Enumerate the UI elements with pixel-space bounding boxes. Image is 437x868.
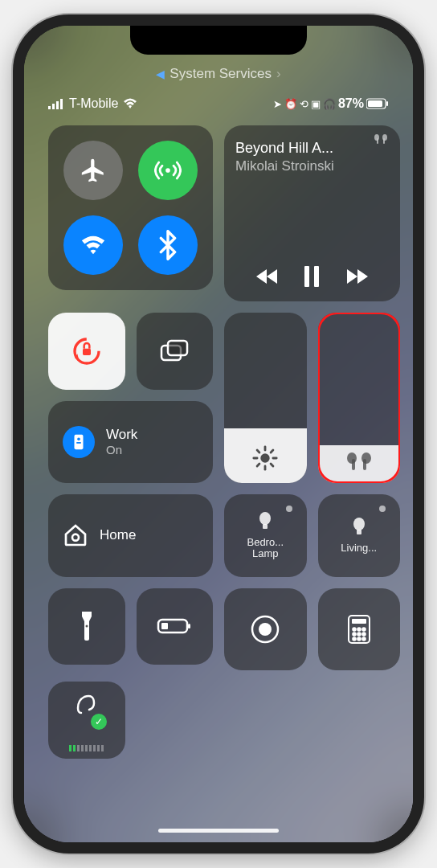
forward-button[interactable] — [344, 268, 370, 285]
svg-point-50 — [353, 633, 356, 636]
svg-point-37 — [353, 518, 365, 530]
svg-line-24 — [271, 464, 273, 466]
svg-rect-42 — [161, 623, 168, 629]
screen-record-button[interactable] — [224, 588, 307, 671]
headphones-icon: 🎧 — [323, 98, 336, 110]
svg-rect-28 — [352, 459, 355, 470]
status-dot-icon — [379, 506, 386, 512]
calculator-button[interactable] — [318, 588, 401, 671]
battery-icon — [366, 98, 389, 109]
pause-button[interactable] — [303, 266, 321, 287]
home-label: Home — [100, 527, 136, 543]
connectivity-panel[interactable] — [48, 125, 213, 290]
orientation-status-icon: ⟲ — [300, 98, 308, 110]
rewind-button[interactable] — [255, 268, 280, 285]
screen-mirroring-button[interactable] — [137, 313, 214, 390]
timer-icon: ▣ — [311, 98, 321, 110]
svg-rect-46 — [352, 619, 366, 624]
media-panel[interactable]: Beyond Hill A... Mikolai Stroinski — [224, 125, 400, 301]
home-icon — [63, 522, 88, 548]
hearing-level-bars — [69, 745, 104, 751]
svg-rect-0 — [48, 106, 51, 109]
svg-rect-5 — [368, 100, 382, 107]
svg-rect-6 — [386, 101, 388, 106]
focus-name: Work — [106, 427, 137, 443]
status-bar: T-Mobile ➤ ⏰ ⟲ ▣ 🎧 87% — [48, 96, 389, 111]
battery-pct: 87% — [338, 96, 364, 111]
wifi-button[interactable] — [63, 215, 123, 275]
svg-rect-41 — [188, 624, 190, 628]
focus-tile[interactable]: Work On — [48, 401, 213, 484]
svg-point-32 — [77, 437, 80, 440]
svg-point-55 — [362, 637, 366, 641]
airpods-volume-icon — [344, 451, 374, 472]
home-indicator[interactable] — [158, 829, 279, 833]
low-power-button[interactable] — [137, 588, 214, 665]
svg-rect-15 — [83, 348, 91, 354]
svg-point-35 — [259, 512, 271, 525]
airplane-mode-button[interactable] — [63, 141, 123, 200]
bedroom-line1: Bedro... — [247, 536, 284, 548]
living-tile[interactable]: Living... — [318, 494, 401, 577]
svg-point-49 — [362, 628, 366, 631]
bedroom-line2: Lamp — [252, 547, 279, 559]
wifi-status-icon — [123, 98, 137, 109]
cellular-data-button[interactable] — [138, 141, 198, 200]
svg-point-7 — [165, 168, 170, 173]
alarm-icon: ⏰ — [284, 98, 297, 110]
flashlight-button[interactable] — [48, 588, 125, 665]
breadcrumb[interactable]: ◀ System Services › — [48, 66, 389, 82]
status-dot-icon — [286, 506, 292, 512]
bedroom-lamp-tile[interactable]: Bedro...Lamp — [224, 494, 307, 577]
bulb-icon — [350, 517, 368, 539]
orientation-lock-button[interactable] — [48, 313, 125, 390]
chevron-right-icon: › — [276, 66, 281, 82]
svg-rect-9 — [377, 138, 378, 144]
home-tile[interactable]: Home — [48, 494, 213, 577]
hearing-button[interactable]: ✓ — [48, 682, 125, 759]
svg-point-52 — [362, 633, 366, 636]
svg-rect-38 — [357, 530, 361, 534]
focus-status: On — [106, 443, 137, 457]
airpods-icon — [373, 133, 389, 145]
brightness-icon — [251, 444, 279, 472]
svg-line-23 — [257, 450, 259, 452]
svg-point-18 — [261, 453, 270, 462]
svg-point-47 — [353, 628, 356, 631]
living-label: Living... — [341, 542, 377, 554]
bulb-icon — [256, 511, 274, 534]
svg-rect-3 — [60, 99, 63, 109]
focus-work-icon — [63, 426, 95, 458]
location-icon: ◀ — [156, 68, 165, 80]
signal-icon — [48, 98, 64, 109]
location-status-icon: ➤ — [273, 98, 282, 110]
svg-rect-11 — [383, 138, 385, 144]
checkmark-icon: ✓ — [91, 714, 107, 730]
brightness-slider[interactable] — [224, 313, 307, 483]
svg-rect-17 — [168, 341, 187, 355]
svg-point-53 — [353, 637, 356, 641]
breadcrumb-label: System Services — [169, 66, 272, 82]
svg-point-48 — [357, 628, 361, 631]
svg-rect-30 — [363, 459, 366, 470]
svg-rect-12 — [304, 266, 309, 287]
svg-rect-36 — [263, 524, 268, 529]
svg-point-51 — [357, 633, 361, 636]
svg-rect-33 — [76, 442, 81, 444]
svg-rect-13 — [314, 266, 319, 287]
svg-line-26 — [271, 450, 273, 452]
media-title: Beyond Hill A... — [235, 140, 389, 157]
carrier-label: T-Mobile — [69, 96, 118, 111]
svg-point-34 — [72, 534, 79, 541]
svg-line-25 — [257, 464, 259, 466]
svg-point-39 — [85, 625, 88, 628]
svg-rect-2 — [56, 101, 59, 109]
svg-point-54 — [357, 637, 361, 641]
svg-point-44 — [259, 623, 272, 636]
svg-rect-1 — [52, 104, 55, 109]
volume-slider[interactable] — [318, 313, 401, 483]
media-artist: Mikolai Stroinski — [235, 158, 389, 174]
bluetooth-button[interactable] — [138, 215, 198, 275]
